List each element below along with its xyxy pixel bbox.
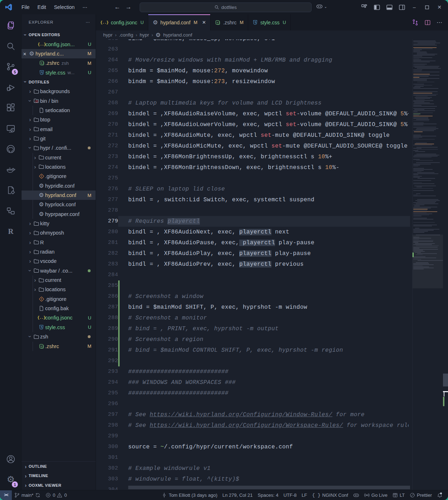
git-status-badge: U (88, 42, 91, 47)
open-editor-stylecss[interactable]: style.cssw...U (21, 68, 96, 77)
activity-account-icon[interactable] (0, 450, 21, 468)
scrollbar-thumb[interactable] (443, 374, 448, 386)
tree-item-backgrounds[interactable]: ›backgrounds (21, 87, 96, 96)
close-button[interactable]: ✕ (434, 2, 444, 12)
eol[interactable]: LF (299, 491, 309, 499)
minimap-slider[interactable] (413, 235, 443, 288)
code-line-281: 281bindl = , XF86AudioPause, exec, playe… (96, 237, 448, 248)
tree-item-radian[interactable]: ›radian (21, 247, 96, 256)
tree-item-ohmyposh[interactable]: ›ohmyposh (21, 228, 96, 237)
sidebar-more-actions[interactable]: ⋯ (86, 20, 91, 25)
code-line-278: 278 (96, 205, 448, 216)
tree-item-R[interactable]: ›R (21, 238, 96, 247)
go-live[interactable]: Go Live (362, 491, 390, 499)
tree-item-zsh[interactable]: ›zsh (21, 332, 96, 341)
breadcrumb-file[interactable]: hyprland.conf (163, 32, 192, 38)
open-editor-configjson[interactable]: {..}config.json...U (21, 39, 96, 49)
code-editor[interactable]: 262bind = $mainMod, mouse_up, workspace,… (96, 39, 448, 490)
prettier[interactable]: Prettier (407, 491, 434, 499)
encoding[interactable]: UTF-8 (281, 491, 299, 499)
maximize-button[interactable] (422, 2, 432, 12)
tree-item-vscode[interactable]: ›vscode (21, 256, 96, 266)
more-actions-icon[interactable]: ⋯ (437, 19, 443, 26)
remote-indicator[interactable]: >< (0, 490, 12, 500)
copilot-button[interactable]: ⌄ (316, 3, 327, 10)
breadcrumb-part[interactable]: hypr (103, 32, 112, 38)
activity-files-icon[interactable] (0, 16, 21, 34)
menu-file[interactable]: File (18, 3, 34, 12)
breadcrumb-part[interactable]: .config (119, 32, 133, 38)
activity-settings-icon[interactable]: ⚙1 (0, 470, 21, 488)
forward-arrow-icon[interactable]: → (125, 4, 131, 11)
activity-runner-icon[interactable] (0, 181, 21, 199)
command-center-search[interactable]: dotfiles (140, 3, 312, 12)
section-ooxmlviewer[interactable]: ›OOXML VIEWER (21, 481, 96, 490)
horizontal-scrollbar[interactable] (128, 486, 410, 489)
minimize-button[interactable]: – (409, 2, 419, 12)
activity-github-icon[interactable] (0, 140, 21, 158)
customize-layout-icon[interactable] (359, 2, 369, 12)
split-editor-icon[interactable] (424, 19, 431, 26)
tree-item-waybarco[interactable]: ›waybar / .co... (21, 266, 96, 275)
tree-item-kitty[interactable]: ›kitty (21, 219, 96, 228)
language-mode[interactable]: { }NGINX Conf (309, 491, 351, 499)
activity-docker-icon[interactable] (0, 161, 21, 179)
toggle-secondary-sidebar-icon[interactable] (397, 2, 407, 12)
section-timeline[interactable]: ›TIMELINE (21, 471, 96, 480)
copilot-icon (353, 492, 359, 498)
tree-item-btop[interactable]: ›btop (21, 115, 96, 124)
tab-hyprlandconf[interactable]: ⚙hyprland.confM✕ (148, 14, 211, 30)
toggle-sidebar-icon[interactable] (372, 2, 382, 12)
open-editor-zshrc[interactable]: $.zshrczshM (21, 58, 96, 68)
tree-item-hyprconfi[interactable]: ›hypr / .confi... (21, 143, 96, 153)
minimap-line (413, 124, 437, 124)
tree-item-label: current (45, 277, 61, 283)
indentation[interactable]: Spaces: 4 (255, 491, 281, 499)
minimap-line (413, 110, 435, 111)
languagetool[interactable]: LT (390, 491, 407, 499)
open-editors-header[interactable]: › OPEN EDITORS (21, 30, 96, 39)
minimap-line (413, 90, 443, 91)
breadcrumb-part[interactable]: hypr (140, 32, 149, 38)
back-arrow-icon[interactable]: ← (114, 4, 120, 11)
cursor-position[interactable]: Ln 279, Col 21 (220, 491, 255, 499)
activity-rlang-icon[interactable]: R (0, 222, 21, 240)
copilot-status[interactable] (351, 491, 362, 499)
minimap-line (413, 57, 432, 58)
menu-edit[interactable]: Edit (34, 3, 50, 12)
tree-item-binbin[interactable]: ›bin / bin (21, 96, 96, 105)
activity-search-icon[interactable] (0, 37, 21, 55)
code-line-279: 279# Requires playerctl (96, 216, 448, 227)
breadcrumb[interactable]: hypr›.config›hypr›⚙hyprland.conf (96, 30, 448, 39)
minimap-line (413, 173, 438, 174)
toggle-panel-icon[interactable] (384, 2, 394, 12)
git-branch-status[interactable]: main* (12, 491, 43, 499)
activity-scm-icon[interactable]: 5 (0, 58, 21, 76)
git-blame[interactable]: Tom Elliott (3 days ago) (159, 491, 220, 499)
tree-item-git[interactable]: ›git (21, 134, 96, 143)
activity-debug-icon[interactable] (0, 78, 21, 96)
minimap-line (416, 193, 421, 194)
notifications[interactable] (434, 491, 445, 499)
file-icon (38, 107, 45, 113)
open-editor-hyprlandc[interactable]: ✕⚙hyprland.c...M (21, 49, 96, 58)
minimap-line (415, 200, 440, 201)
menu-selection[interactable]: Selection (50, 3, 79, 12)
tab-stylecss[interactable]: style.cssU (248, 14, 291, 30)
close-icon[interactable]: ✕ (202, 20, 206, 25)
git-added-gutter (118, 302, 120, 313)
open-editor-label: style.css (45, 70, 66, 76)
open-changes-icon[interactable] (412, 19, 419, 26)
tab-configjsonc[interactable]: {..}config.jsoncU (96, 14, 148, 30)
menu-[interactable]: ⋯ (78, 3, 91, 12)
problems-status[interactable]: 00 (43, 491, 69, 499)
workspace-header[interactable]: › DOTFILES (21, 77, 96, 87)
section-outline[interactable]: ›OUTLINE (21, 462, 96, 471)
tab-zshrc[interactable]: $.zshrcM (211, 14, 248, 30)
activity-extensions-icon[interactable] (0, 99, 21, 117)
activity-remote-icon[interactable] (0, 120, 21, 138)
minimap-line (413, 74, 430, 74)
tree-item-email[interactable]: ›email (21, 124, 96, 134)
activity-project-icon[interactable] (0, 202, 21, 220)
close-icon[interactable]: ✕ (23, 52, 27, 57)
